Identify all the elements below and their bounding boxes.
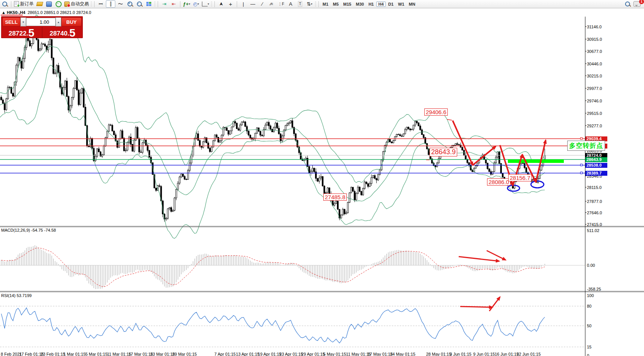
time-axis-label: 29 Apr 01:15 <box>301 352 325 356</box>
time-axis-label: 17 May 01:15 <box>368 352 393 356</box>
green-highlight-bar[interactable] <box>508 159 564 163</box>
rsi-line <box>1 308 545 343</box>
time-axis-label: 5 May 01:15 <box>323 352 346 356</box>
price-annotation-label[interactable]: 28156.7 <box>508 174 532 181</box>
timeframe-group: M1M5M15M30H1H4D1W1MN <box>320 2 417 7</box>
new-order-icon: + <box>14 1 19 7</box>
time-axis-label: 23 Mar 01:15 <box>151 352 175 356</box>
zoom-out-icon[interactable]: - <box>135 1 144 7</box>
macd-label: MACD(12,26,9) -54.75 -74.58 <box>1 228 56 232</box>
price-tick-label: 30915.0 <box>587 37 621 42</box>
separator <box>237 1 237 7</box>
price-tick-label: 27415.0 <box>587 222 621 227</box>
gold-icon[interactable] <box>35 1 44 7</box>
chart-plot[interactable] <box>0 8 644 356</box>
time-axis-label: 3 Jun 01:15 <box>450 352 472 356</box>
sell-price[interactable]: 28722.5 <box>1 27 42 38</box>
time-axis-label: 11 Mar 01:15 <box>107 352 131 356</box>
cursor-tool[interactable]: ➤ <box>217 1 225 7</box>
metaeditor-icon[interactable] <box>45 1 53 7</box>
macd-arrows <box>459 251 506 261</box>
indicators-button[interactable]: ƒ+▾ <box>182 1 191 7</box>
price-line-badge: 28538.0 <box>585 163 607 168</box>
auto-scroll-icon[interactable]: ⇥ <box>160 1 169 7</box>
horizontal-line-tool[interactable]: — <box>248 1 257 7</box>
timeframe-h1[interactable]: H1 <box>366 2 376 7</box>
price-tick-label: 29977.0 <box>587 86 621 91</box>
chart-shift-icon[interactable]: ⇤ <box>169 1 178 7</box>
time-axis-label: 9 Jun 01:15 <box>473 352 495 356</box>
buy-button[interactable]: BUY <box>61 17 82 26</box>
price-tick-label: 27877.0 <box>587 199 621 204</box>
chart-canvas[interactable]: ▲ HK50-,H4 28651.0 28851.0 28621.0 28724… <box>0 8 644 356</box>
bollinger-bands <box>0 15 545 238</box>
auto-trading-label: 自动交易 <box>71 1 89 7</box>
timeframe-h4[interactable]: H4 <box>376 2 385 7</box>
timeframe-m15[interactable]: M15 <box>341 2 353 7</box>
time-axis-label: 5 Mar 01:15 <box>85 352 108 356</box>
line-chart-icon[interactable]: 〜 <box>116 1 125 7</box>
timeframe-m30[interactable]: M30 <box>354 2 366 7</box>
rsi-tick-label: 100 <box>587 293 621 298</box>
channel-tool[interactable]: ∕∕E <box>267 1 276 7</box>
fibonacci-tool[interactable]: ⋮F <box>277 1 286 7</box>
buy-price[interactable]: 28740.5 <box>42 27 83 38</box>
time-axis-label: 23 Apr 01:15 <box>279 352 303 356</box>
price-line-badge: 28643.9 <box>585 157 607 162</box>
search-icon[interactable] <box>623 1 632 7</box>
candlestick-series <box>1 26 546 221</box>
arrows-tool[interactable]: ⇅▾ <box>305 1 314 7</box>
price-tick-label: 29277.0 <box>587 124 621 128</box>
signals-icon[interactable] <box>54 1 63 7</box>
timeframe-m1[interactable]: M1 <box>321 2 330 7</box>
text-tool[interactable]: A <box>286 1 295 7</box>
templates-button[interactable]: ▾ <box>201 1 210 7</box>
sell-button[interactable]: SELL <box>2 17 20 26</box>
symbol-period: HK50-,H4 <box>7 10 25 15</box>
crosshair-tool[interactable]: + <box>226 1 235 7</box>
zoom-in-icon[interactable]: + <box>126 1 134 7</box>
vertical-line-tool[interactable]: | <box>239 1 248 7</box>
timeframe-w1[interactable]: W1 <box>396 2 407 7</box>
rsi-pane <box>0 306 585 347</box>
separator <box>158 1 158 7</box>
trendline-tool[interactable]: ∕ <box>258 1 267 7</box>
rsi-tick-label: 50 <box>587 323 621 328</box>
candlestick-chart-icon[interactable]: ⫿ <box>106 0 115 8</box>
macd-histogram <box>1 245 545 289</box>
time-axis-label: 17 Feb 01:15 <box>19 352 44 356</box>
bar-chart-icon[interactable]: 𝄩 <box>96 1 105 7</box>
new-order-button[interactable]: + 新订单 <box>13 1 34 7</box>
text-label-tool[interactable]: T <box>296 1 304 7</box>
macd-tick-label: -358.25 <box>587 287 621 291</box>
price-annotation-label[interactable]: 28643.9 <box>430 148 457 156</box>
time-axis-label: 28 May 01:15 <box>426 352 452 356</box>
volume-increase-button[interactable]: ▲ <box>56 17 61 26</box>
price-tick-label: 30215.0 <box>587 74 621 78</box>
rsi-arrows <box>460 297 500 311</box>
price-tick-label: 29515.0 <box>587 111 621 116</box>
periods-button[interactable]: ◴▾ <box>192 1 200 7</box>
price-annotation-label[interactable]: 27485.8 <box>323 193 347 201</box>
timeframe-d1[interactable]: D1 <box>386 2 396 7</box>
market-watch-icon[interactable] <box>0 1 9 7</box>
auto-trading-icon <box>64 2 70 7</box>
separator <box>318 1 319 7</box>
volume-decrease-button[interactable]: ▼ <box>20 17 26 26</box>
price-tick-label: 30677.0 <box>587 49 621 54</box>
note-label[interactable]: 多空转折点 <box>567 141 605 151</box>
time-axis-label: 8 Feb 2021 <box>1 352 22 356</box>
price-annotation-label[interactable]: 28086.0 <box>487 178 511 186</box>
tile-windows-icon[interactable] <box>144 1 153 7</box>
volume-input[interactable]: 1.00 <box>26 18 56 26</box>
timeframe-m5[interactable]: M5 <box>331 2 340 7</box>
time-axis-label: 23 Feb 01:15 <box>41 352 65 356</box>
rsi-tick-label: 80 <box>587 304 621 308</box>
ohlc-close: 28724.0 <box>76 10 91 15</box>
timeframe-mn[interactable]: MN <box>407 2 417 7</box>
price-annotation-label[interactable]: 29406.6 <box>424 108 448 116</box>
separator <box>94 1 95 7</box>
notifications-icon[interactable]: 1 <box>633 1 641 7</box>
auto-trading-button[interactable]: 自动交易 <box>64 1 90 7</box>
time-axis-label: 1 Mar 01:15 <box>64 352 86 356</box>
